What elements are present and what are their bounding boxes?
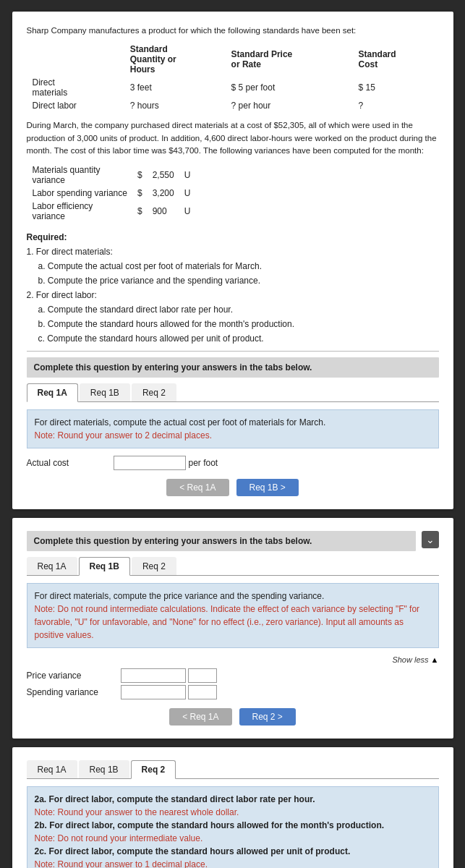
card-req2: Req 1A Req 1B Req 2 2a. For direct labor… — [12, 747, 453, 868]
var-amount-1: 2,550 — [148, 164, 179, 186]
row-cost-labor: ? — [353, 99, 439, 112]
var-amount-3: 900 — [148, 200, 179, 222]
req1a-note: Note: Round your answer to 2 decimal pla… — [35, 430, 212, 441]
row-price-materials: $ 5 per foot — [226, 76, 353, 99]
table-row: Direct labor ? hours ? per hour ? — [27, 99, 439, 112]
req2c-instruction: 2c. For direct labor, compute the standa… — [35, 846, 351, 856]
req1a-info-box: For direct materials, compute the actual… — [27, 409, 439, 448]
tab-req1a-2[interactable]: Req 1A — [27, 557, 77, 575]
show-less-icon: ▲ — [431, 655, 439, 664]
actual-cost-label: Actual cost — [27, 458, 114, 468]
row-cost-materials: $ 15 — [353, 76, 439, 99]
var-value-3: $ — [133, 200, 147, 222]
req1b-info-box: For direct materials, compute the price … — [27, 583, 439, 648]
tab-bar-2: Req 1A Req 1B Req 2 — [27, 557, 439, 576]
tab-req1a-3[interactable]: Req 1A — [27, 760, 77, 778]
spending-variance-label: Spending variance — [27, 687, 121, 697]
req1b-note: Note: Do not round intermediate calculat… — [35, 604, 420, 640]
price-variance-input[interactable] — [121, 668, 186, 683]
spending-variance-effect[interactable] — [188, 685, 217, 699]
actual-cost-input[interactable] — [114, 456, 186, 470]
tab-req2-3[interactable]: Req 2 — [131, 760, 176, 779]
nav-buttons-2: < Req 1A Req 2 > — [27, 708, 439, 726]
spending-variance-row: Spending variance — [27, 685, 439, 699]
var-value-1: $ — [133, 164, 147, 186]
col-header-price: Standard Priceor Rate — [226, 43, 353, 76]
tab-req2[interactable]: Req 2 — [132, 383, 176, 401]
table-row: Labor efficiencyvariance $ 900 U — [28, 200, 195, 222]
nav-forward-req1b[interactable]: Req 1B > — [236, 479, 299, 496]
price-variance-row: Price variance — [27, 668, 439, 683]
collapse-button[interactable]: ⌄ — [422, 531, 439, 548]
req2-info-box: 2a. For direct labor, compute the standa… — [27, 786, 439, 868]
var-value-2: $ — [133, 187, 147, 199]
var-effect-3: U — [180, 200, 195, 222]
var-amount-2: 3,200 — [148, 187, 179, 199]
req2c-note: Note: Round your answer to 1 decimal pla… — [35, 859, 208, 868]
var-label-2: Labor spending variance — [28, 187, 132, 199]
card-problem-statement: Sharp Company manufactures a product for… — [12, 12, 453, 509]
show-less-2: Show less ▲ — [27, 655, 439, 664]
req-2b: b. Compute the standard hours allowed fo… — [38, 318, 439, 331]
var-label-3: Labor efficiencyvariance — [28, 200, 132, 222]
table-row: Directmaterials 3 feet $ 5 per foot $ 15 — [27, 76, 439, 99]
col-header-empty — [27, 43, 124, 76]
nav-back-req1a-2[interactable]: < Req 1A — [169, 708, 231, 726]
req2a-note: Note: Round your answer to the nearest w… — [35, 807, 239, 817]
row-qty-labor: ? hours — [124, 99, 226, 112]
required-label: Required: — [27, 232, 67, 242]
variance-inputs: Price variance Spending variance — [27, 668, 439, 699]
row-qty-materials: 3 feet — [124, 76, 226, 99]
tab-req1a[interactable]: Req 1A — [27, 383, 78, 402]
description-text: During March, the company purchased dire… — [27, 119, 439, 157]
req2b-note: Note: Do not round your intermediate val… — [35, 833, 203, 843]
tab-bar: Req 1A Req 1B Req 2 — [27, 383, 439, 402]
price-variance-effect[interactable] — [188, 668, 217, 683]
req2b-instruction: 2b. For direct labor, compute the standa… — [35, 820, 385, 830]
var-label-1: Materials quantityvariance — [28, 164, 132, 186]
intro-text: Sharp Company manufactures a product for… — [27, 25, 439, 37]
nav-buttons-1: < Req 1A Req 1B > — [27, 479, 439, 496]
spending-variance-input[interactable] — [121, 685, 186, 699]
row-price-labor: ? per hour — [226, 99, 353, 112]
per-foot-label: per foot — [189, 458, 218, 468]
required-section: Required: 1. For direct materials: a. Co… — [27, 231, 439, 345]
req-2a: a. Compute the standard direct labor rat… — [38, 303, 439, 316]
nav-back-req1a[interactable]: < Req 1A — [166, 479, 229, 496]
col-header-cost: StandardCost — [353, 43, 439, 76]
question-banner-2: Complete this question by entering your … — [27, 531, 416, 551]
table-row: Materials quantityvariance $ 2,550 U — [28, 164, 195, 186]
tab-bar-3: Req 1A Req 1B Req 2 — [27, 760, 439, 779]
actual-cost-row: Actual cost per foot — [27, 456, 439, 470]
price-variance-label: Price variance — [27, 671, 121, 681]
question-banner: Complete this question by entering your … — [27, 357, 439, 378]
tab-req1b-2[interactable]: Req 1B — [79, 557, 130, 576]
variances-table: Materials quantityvariance $ 2,550 U Lab… — [27, 163, 197, 224]
row-label-materials: Directmaterials — [27, 76, 124, 99]
req-1a: a. Compute the actual cost per foot of m… — [38, 260, 439, 273]
table-row: Labor spending variance $ 3,200 U — [28, 187, 195, 199]
tab-req1b[interactable]: Req 1B — [80, 383, 130, 401]
var-effect-1: U — [180, 164, 195, 186]
col-header-qty: StandardQuantity orHours — [124, 43, 226, 76]
nav-forward-req2[interactable]: Req 2 > — [239, 708, 296, 726]
req1a-instruction: For direct materials, compute the actual… — [35, 417, 326, 427]
req-1b: b. Compute the price variance and the sp… — [38, 274, 439, 287]
req-2-header: 2. For direct labor: — [27, 289, 439, 302]
req-2c: c. Compute the standard hours allowed pe… — [38, 332, 439, 345]
req2a-instruction: 2a. For direct labor, compute the standa… — [35, 794, 315, 804]
req-1-header: 1. For direct materials: — [27, 245, 439, 258]
var-effect-2: U — [180, 187, 195, 199]
standards-table: StandardQuantity orHours Standard Priceo… — [27, 43, 439, 112]
card-req1b: Complete this question by entering your … — [12, 518, 453, 739]
variances-block: Materials quantityvariance $ 2,550 U Lab… — [27, 163, 439, 224]
tab-req1b-3[interactable]: Req 1B — [79, 760, 129, 778]
tab-req2-2[interactable]: Req 2 — [132, 557, 176, 575]
row-label-labor: Direct labor — [27, 99, 124, 112]
req1b-instruction: For direct materials, compute the price … — [35, 591, 325, 601]
